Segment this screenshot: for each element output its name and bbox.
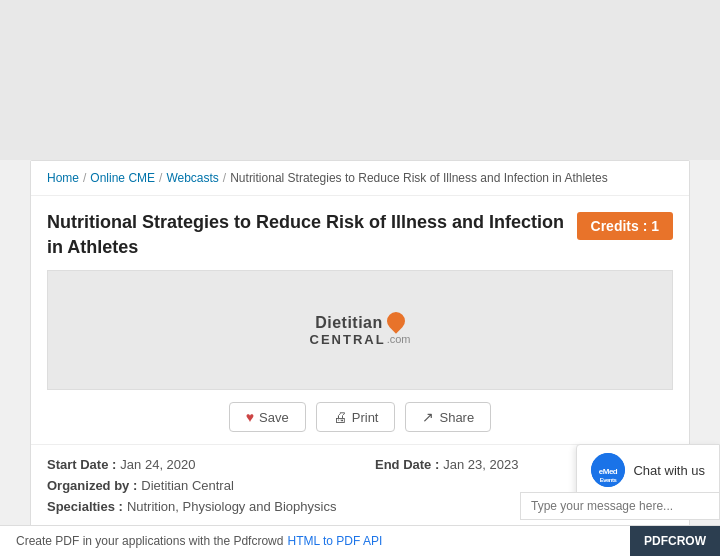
title-row: Nutritional Strategies to Reduce Risk of… <box>31 196 689 270</box>
svg-text:eMed: eMed <box>599 467 618 476</box>
specialties-value: Nutrition, Physiology and Biophysics <box>127 499 337 514</box>
breadcrumb-webcasts[interactable]: Webcasts <box>166 171 218 185</box>
organized-by-value: Dietitian Central <box>141 478 234 493</box>
specialties-label: Specialties : <box>47 499 123 514</box>
breadcrumb-home[interactable]: Home <box>47 171 79 185</box>
share-icon: ↗ <box>422 409 434 425</box>
end-date-label: End Date : <box>375 457 439 472</box>
end-date-value: Jan 23, 2023 <box>443 457 518 472</box>
top-banner <box>0 0 720 160</box>
chat-input-container <box>520 492 720 520</box>
html-to-pdf-link[interactable]: HTML to PDF API <box>287 534 382 548</box>
printer-icon: 🖨 <box>333 409 347 425</box>
logo-main-text: Dietitian <box>315 314 383 332</box>
emedvents-logo-svg: eMed Events <box>591 453 625 487</box>
page-title: Nutritional Strategies to Reduce Risk of… <box>47 210 567 260</box>
breadcrumb-current: Nutritional Strategies to Reduce Risk of… <box>230 171 608 185</box>
action-buttons-row: ♥ Save 🖨 Print ↗ Share <box>31 390 689 445</box>
breadcrumb-sep1: / <box>83 171 86 185</box>
start-date-label: Start Date : <box>47 457 116 472</box>
logo-pin-icon <box>383 308 408 333</box>
credits-badge: Credits : 1 <box>577 212 673 240</box>
share-label: Share <box>439 410 474 425</box>
chat-message-input[interactable] <box>531 499 709 513</box>
start-date-row: Start Date : Jan 24, 2020 <box>47 457 345 472</box>
logo-sub-text: .com <box>387 333 411 345</box>
pdfcrowd-button[interactable]: PDFCROW <box>630 526 720 556</box>
print-label: Print <box>352 410 379 425</box>
save-label: Save <box>259 410 289 425</box>
svg-text:Events: Events <box>600 477 618 483</box>
start-date-value: Jan 24, 2020 <box>120 457 195 472</box>
breadcrumb: Home / Online CME / Webcasts / Nutrition… <box>31 161 689 196</box>
chat-widget[interactable]: eMed Events Chat with us <box>576 444 720 496</box>
organized-by-label: Organized by : <box>47 478 137 493</box>
print-button[interactable]: 🖨 Print <box>316 402 396 432</box>
breadcrumb-online-cme[interactable]: Online CME <box>90 171 155 185</box>
pdf-bar-text: Create PDF in your applications with the… <box>16 534 283 548</box>
breadcrumb-sep3: / <box>223 171 226 185</box>
logo-central-text: CENTRAL <box>310 332 386 347</box>
share-button[interactable]: ↗ Share <box>405 402 491 432</box>
emedevents-logo: eMed Events <box>591 453 625 487</box>
media-area: Dietitian CENTRAL .com <box>47 270 673 390</box>
organized-by-row: Organized by : Dietitian Central <box>47 478 345 493</box>
breadcrumb-sep2: / <box>159 171 162 185</box>
chat-with-us-text: Chat with us <box>633 463 705 478</box>
pdf-bar: Create PDF in your applications with the… <box>0 525 720 556</box>
save-button[interactable]: ♥ Save <box>229 402 306 432</box>
heart-icon: ♥ <box>246 409 254 425</box>
dietitian-logo: Dietitian CENTRAL .com <box>310 314 411 347</box>
